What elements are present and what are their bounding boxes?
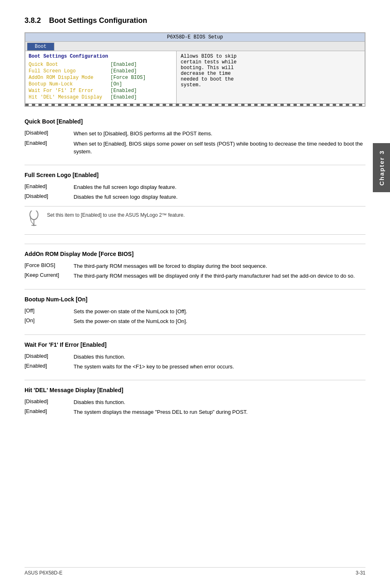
option-hit-del-disabled: [Disabled] Disables this function. — [25, 398, 365, 406]
divider-1 — [25, 165, 365, 165]
bios-row-addon-rom: AddOn ROM Display Mode [Force BIOS] — [29, 75, 173, 81]
section-quick-boot: Quick Boot [Enabled] [Disabled] When set… — [25, 118, 365, 156]
bios-rows: Quick Boot [Enabled] Full Screen Logo [E… — [29, 62, 173, 100]
section-bootup-numlock: Bootup Num-Lock [On] [Off] Sets the powe… — [25, 296, 365, 325]
divider-2 — [25, 244, 365, 244]
pencil-icon — [25, 211, 47, 230]
subsection-title-full-screen-logo: Full Screen Logo [Enabled] — [25, 172, 365, 179]
bios-left-panel: Boot Settings Configuration Quick Boot [… — [25, 51, 177, 103]
section-title: 3.8.2 Boot Settings Configuration — [25, 16, 365, 25]
divider-4 — [25, 334, 365, 335]
option-quick-boot-enabled: [Enabled] When set to [Enabled], BIOS sk… — [25, 140, 365, 156]
chapter-sidebar: Chapter 3 — [373, 143, 390, 192]
option-hit-del-enabled: [Enabled] The system displays the messag… — [25, 408, 365, 416]
bios-row-quick-boot: Quick Boot [Enabled] — [29, 62, 173, 67]
subsection-title-bootup-numlock: Bootup Num-Lock [On] — [25, 296, 365, 303]
svg-point-0 — [30, 211, 38, 220]
footer-page: 3-31 — [356, 570, 365, 576]
section-heading: Boot Settings Configuration — [49, 16, 147, 25]
bios-body: Boot Settings Configuration Quick Boot [… — [25, 51, 365, 103]
option-numlock-on: [On] Sets the power-on state of the NumL… — [25, 317, 365, 325]
footer-brand: ASUS P6X58D-E — [25, 570, 63, 576]
note-box-mylogo: Set this item to [Enabled] to use the AS… — [25, 206, 365, 235]
bios-tab-boot: Boot — [27, 43, 54, 51]
option-quick-boot-disabled: [Disabled] When set to [Disabled], BIOS … — [25, 130, 365, 138]
option-force-bios: [Force BIOS] The third-party ROM message… — [25, 262, 365, 270]
option-wait-f1-disabled: [Disabled] Disables this function. — [25, 353, 365, 361]
subsection-title-quick-boot: Quick Boot [Enabled] — [25, 118, 365, 126]
bios-bottom-border — [25, 103, 365, 106]
bios-row-full-screen-logo: Full Screen Logo [Enabled] — [29, 68, 173, 74]
section-number: 3.8.2 — [25, 16, 41, 25]
bios-screenshot: P6X58D-E BIOS Setup Boot Boot Settings C… — [25, 32, 365, 107]
subsection-title-hit-del: Hit 'DEL' Message Display [Enabled] — [25, 387, 365, 394]
bios-left-title: Boot Settings Configuration — [29, 54, 173, 59]
section-hit-del: Hit 'DEL' Message Display [Enabled] [Dis… — [25, 387, 365, 416]
section-wait-f1: Wait For 'F1' If Error [Enabled] [Disabl… — [25, 341, 365, 371]
bios-row-hit-del: Hit 'DEL' Message Display [Enabled] — [29, 94, 173, 100]
note-text-mylogo: Set this item to [Enabled] to use the AS… — [47, 211, 185, 218]
divider-5 — [25, 380, 365, 380]
subsection-title-addon-rom: AddOn ROM Display Mode [Force BIOS] — [25, 251, 365, 258]
option-wait-f1-enabled: [Enabled] The system waits for the <F1> … — [25, 363, 365, 371]
bios-row-bootup-numlock: Bootup Num-Lock [On] — [29, 81, 173, 87]
bios-row-wait-f1: Wait For 'F1' If Error [Enabled] — [29, 88, 173, 94]
subsection-title-wait-f1: Wait For 'F1' If Error [Enabled] — [25, 341, 365, 349]
bios-right-panel: Allows BIOS to skip certain tests while … — [177, 51, 365, 103]
bios-tab-bar: Boot — [25, 42, 365, 51]
page-footer: ASUS P6X58D-E 3-31 — [25, 567, 365, 576]
bios-header: P6X58D-E BIOS Setup — [25, 33, 365, 42]
section-addon-rom: AddOn ROM Display Mode [Force BIOS] [For… — [25, 251, 365, 280]
option-logo-disabled: [Disabled] Disables the full screen logo… — [25, 193, 365, 201]
section-full-screen-logo: Full Screen Logo [Enabled] [Enabled] Ena… — [25, 172, 365, 235]
option-keep-current: [Keep Current] The third-party ROM messa… — [25, 272, 365, 280]
divider-3 — [25, 289, 365, 290]
option-numlock-off: [Off] Sets the power-on state of the Num… — [25, 307, 365, 316]
option-logo-enabled: [Enabled] Enables the full screen logo d… — [25, 183, 365, 191]
